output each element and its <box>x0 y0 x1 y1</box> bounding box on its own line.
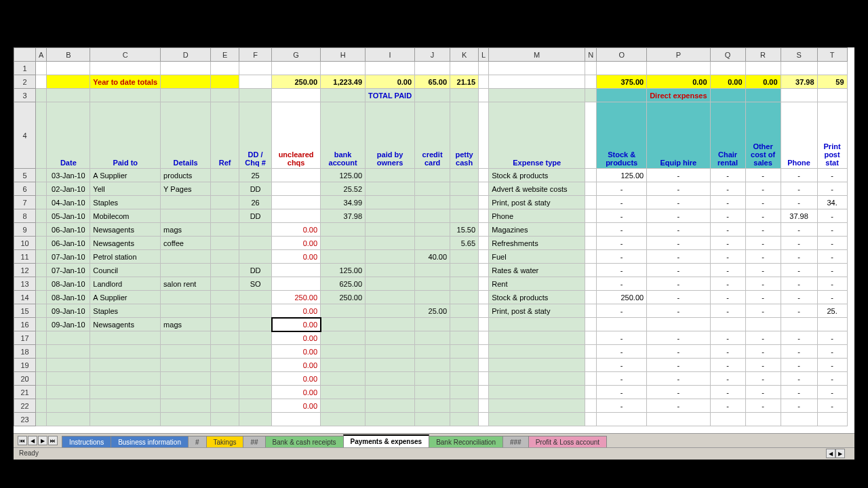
cell[interactable]: Paid to <box>90 102 161 169</box>
cell[interactable] <box>36 345 47 359</box>
tab-first-button[interactable]: ⏮ <box>18 436 27 445</box>
cell[interactable] <box>647 62 710 75</box>
cell[interactable] <box>781 89 817 102</box>
row-header[interactable]: 7 <box>14 196 36 209</box>
cell[interactable] <box>415 345 450 359</box>
cell[interactable] <box>211 250 239 264</box>
cell[interactable] <box>211 75 239 89</box>
cell[interactable] <box>161 89 211 102</box>
cell[interactable] <box>585 386 597 399</box>
cell[interactable] <box>415 413 450 426</box>
cell[interactable]: - <box>745 399 781 413</box>
cell[interactable]: - <box>781 372 817 386</box>
cell[interactable] <box>47 413 90 426</box>
cell[interactable] <box>211 372 239 386</box>
row-header[interactable]: 4 <box>14 102 36 169</box>
cell[interactable]: - <box>745 250 781 264</box>
row-header[interactable]: 8 <box>14 209 36 223</box>
cell[interactable] <box>272 169 321 182</box>
cell[interactable] <box>450 304 479 318</box>
cell[interactable]: - <box>597 345 647 359</box>
sheet-tab[interactable]: Payments & expenses <box>343 434 430 447</box>
cell[interactable] <box>585 196 597 209</box>
cell[interactable] <box>710 413 745 426</box>
cell[interactable] <box>36 89 47 102</box>
cell[interactable]: 05-Jan-10 <box>47 209 90 223</box>
cell[interactable]: Rates & water <box>489 264 585 277</box>
cell[interactable]: - <box>745 223 781 237</box>
cell[interactable]: - <box>647 169 710 182</box>
cell[interactable] <box>710 62 745 75</box>
cell[interactable]: 0.00 <box>272 304 321 318</box>
cell[interactable] <box>415 386 450 399</box>
grid-area[interactable]: ABCDEFGHIJKLMNOPQRST12Year to date total… <box>14 47 854 433</box>
cell[interactable]: - <box>710 291 745 304</box>
cell[interactable] <box>450 182 479 196</box>
cell[interactable]: 250.00 <box>272 291 321 304</box>
column-header[interactable]: S <box>781 48 817 62</box>
cell[interactable] <box>161 386 211 399</box>
cell[interactable] <box>366 196 415 209</box>
column-header[interactable]: K <box>450 48 479 62</box>
cell[interactable] <box>366 331 415 345</box>
cell[interactable] <box>366 223 415 237</box>
cell[interactable]: Staples <box>90 304 161 318</box>
cell[interactable]: Y Pages <box>161 182 211 196</box>
cell[interactable]: - <box>710 182 745 196</box>
cell[interactable]: 25.00 <box>415 304 450 318</box>
sheet-tab[interactable]: Business information <box>111 436 189 447</box>
cell[interactable] <box>585 223 597 237</box>
cell[interactable] <box>585 277 597 291</box>
cell[interactable]: 59 <box>817 75 847 89</box>
cell[interactable] <box>211 223 239 237</box>
row-header[interactable]: 18 <box>14 345 36 359</box>
cell[interactable] <box>90 359 161 372</box>
cell[interactable]: - <box>597 182 647 196</box>
cell[interactable]: coffee <box>161 237 211 250</box>
cell[interactable]: - <box>647 304 710 318</box>
cell[interactable]: 0.00 <box>272 223 321 237</box>
cell[interactable] <box>450 62 479 75</box>
cell[interactable] <box>161 291 211 304</box>
cell[interactable] <box>745 318 781 331</box>
cell[interactable] <box>90 331 161 345</box>
cell[interactable] <box>450 399 479 413</box>
cell[interactable] <box>585 237 597 250</box>
cell[interactable]: - <box>781 359 817 372</box>
cell[interactable]: 07-Jan-10 <box>47 250 90 264</box>
cell[interactable] <box>647 413 710 426</box>
cell[interactable]: 0.00 <box>710 75 745 89</box>
cell[interactable] <box>450 359 479 372</box>
cell[interactable] <box>36 102 47 169</box>
cell[interactable] <box>450 345 479 359</box>
cell[interactable] <box>415 372 450 386</box>
cell[interactable] <box>366 237 415 250</box>
cell[interactable] <box>47 386 90 399</box>
cell[interactable]: 07-Jan-10 <box>47 264 90 277</box>
cell[interactable] <box>272 277 321 291</box>
cell[interactable]: - <box>781 264 817 277</box>
cell[interactable] <box>585 413 597 426</box>
cell[interactable]: - <box>817 264 847 277</box>
cell[interactable]: 250.00 <box>597 291 647 304</box>
cell[interactable] <box>781 318 817 331</box>
column-header[interactable]: A <box>36 48 47 62</box>
cell[interactable] <box>36 209 47 223</box>
cell[interactable] <box>450 169 479 182</box>
cell[interactable] <box>450 89 479 102</box>
cell[interactable] <box>489 386 585 399</box>
cell[interactable] <box>321 359 366 372</box>
sheet-tab[interactable]: # <box>188 436 207 447</box>
cell[interactable]: - <box>647 386 710 399</box>
cell[interactable] <box>272 62 321 75</box>
cell[interactable] <box>415 169 450 182</box>
cell[interactable]: - <box>647 372 710 386</box>
cell[interactable] <box>585 291 597 304</box>
row-header[interactable]: 12 <box>14 264 36 277</box>
cell[interactable] <box>647 318 710 331</box>
cell[interactable] <box>415 89 450 102</box>
cell[interactable] <box>415 331 450 345</box>
sheet-tab[interactable]: Instructions <box>62 436 111 447</box>
cell[interactable] <box>489 89 585 102</box>
cell[interactable]: mags <box>161 223 211 237</box>
